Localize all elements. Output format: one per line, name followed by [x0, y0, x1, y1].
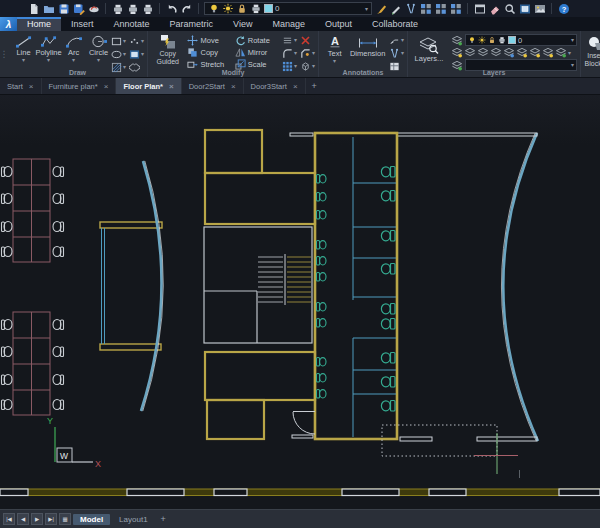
close-icon[interactable]: × — [293, 82, 298, 91]
undo-button[interactable] — [165, 2, 178, 15]
toilet-fixtures — [317, 167, 396, 412]
print-preview-button[interactable] — [111, 2, 124, 15]
new-file-button[interactable] — [27, 2, 40, 15]
tab-view[interactable]: View — [223, 17, 262, 31]
tab-insert[interactable]: Insert — [61, 17, 104, 31]
cloud-sync-button[interactable] — [87, 2, 100, 15]
selection-mode-button[interactable] — [518, 2, 531, 15]
close-icon[interactable]: × — [231, 82, 236, 91]
layer-tool-icon[interactable] — [529, 47, 541, 58]
move-button[interactable]: Move — [187, 34, 230, 46]
open-file-button[interactable] — [42, 2, 55, 15]
app-logo[interactable]: λ — [0, 17, 17, 31]
panels-button[interactable] — [473, 2, 486, 15]
region-tool-button[interactable]: ▾ — [129, 48, 145, 60]
door-swing — [293, 412, 315, 435]
ribbon-grip[interactable]: ⋮ — [0, 31, 8, 77]
copy-button[interactable]: Copy — [187, 46, 230, 58]
components-toggle-button[interactable] — [449, 2, 462, 15]
mirror-button[interactable]: Mirror — [235, 46, 278, 58]
layer-thaw-icon — [222, 3, 234, 14]
save-button[interactable] — [57, 2, 70, 15]
layout-list-button[interactable]: ▦ — [59, 513, 71, 525]
doc-tab-label: Door3Start — [251, 82, 287, 91]
help-button[interactable] — [557, 2, 570, 15]
doc-tab-floor-plan[interactable]: Floor Plan* × — [116, 78, 181, 94]
line-tool-button[interactable]: Line ▾ — [11, 34, 36, 73]
model-tab[interactable]: Model — [73, 514, 110, 525]
region-icon — [129, 49, 140, 60]
text-button[interactable]: Text ▾ — [323, 34, 346, 72]
polyline-tool-button[interactable]: Polyline ▾ — [36, 34, 61, 73]
dimension-button[interactable]: Dimension — [349, 34, 386, 72]
layer-tool-icon[interactable] — [542, 47, 554, 58]
layer-tool-icon[interactable] — [477, 47, 489, 58]
prev-layout-button[interactable]: ◀ — [17, 513, 29, 525]
add-layout-button[interactable]: + — [157, 514, 170, 524]
arc-tool-button[interactable]: Arc ▾ — [61, 34, 86, 73]
layer-select-dropdown[interactable]: 0 ▾ — [465, 34, 577, 46]
save-as-button[interactable] — [72, 2, 85, 15]
edit-button[interactable] — [389, 2, 402, 15]
tool-label: Move — [200, 36, 218, 45]
doc-tab-furniture-plan[interactable]: Furniture plan* × — [42, 78, 117, 94]
new-drawing-button[interactable]: + — [306, 78, 323, 94]
layer-tool-icon[interactable] — [490, 47, 502, 58]
rotate-button[interactable]: Rotate — [235, 34, 278, 46]
last-layout-button[interactable]: ▶| — [45, 513, 57, 525]
layer-on-icon — [208, 3, 220, 14]
circle-icon — [88, 34, 110, 49]
xref-toggle-button[interactable] — [434, 2, 447, 15]
layer-tool-icon[interactable] — [451, 47, 463, 58]
layout1-tab[interactable]: Layout1 — [112, 514, 154, 525]
blocks-toggle-button[interactable] — [419, 2, 432, 15]
circle-tool-button[interactable]: Circle ▾ — [86, 34, 111, 73]
redo-button[interactable] — [180, 2, 193, 15]
layers-dialog-button[interactable]: Layers... — [412, 34, 446, 71]
doc-tab-door2start[interactable]: Door2Start × — [182, 78, 244, 94]
publish-button[interactable] — [141, 2, 154, 15]
tab-output[interactable]: Output — [315, 17, 362, 31]
copy-guided-button[interactable]: Copy Guided — [152, 34, 183, 72]
point-tool-button[interactable]: ▾ — [129, 35, 145, 47]
ucs-origin-label: W — [60, 451, 68, 461]
close-icon[interactable]: × — [104, 82, 109, 91]
zoom-button[interactable] — [503, 2, 516, 15]
tab-manage[interactable]: Manage — [262, 17, 315, 31]
leader-button[interactable]: ▾ — [389, 34, 407, 46]
render-button[interactable] — [533, 2, 546, 15]
tab-collaborate[interactable]: Collaborate — [362, 17, 428, 31]
text-style-button[interactable]: ▾ — [389, 47, 407, 59]
clean-screen-button[interactable] — [488, 2, 501, 15]
doc-tab-start[interactable]: Start × — [0, 78, 42, 94]
close-icon[interactable]: × — [29, 82, 34, 91]
tool-label: Copy — [200, 48, 218, 57]
drawing-canvas[interactable]: Y W X — [0, 95, 600, 509]
doc-tab-door3start[interactable]: Door3Start × — [244, 78, 306, 94]
layer-tool-icon[interactable] — [516, 47, 528, 58]
tab-parametric[interactable]: Parametric — [160, 17, 224, 31]
next-layout-button[interactable]: ▶ — [31, 513, 43, 525]
chamfer-button[interactable]: ▾ — [300, 47, 318, 59]
layer-tool-icon[interactable] — [464, 47, 476, 58]
layer-tool-icon[interactable] — [555, 47, 567, 58]
ellipse-tool-button[interactable]: ▾ — [111, 48, 129, 60]
erase-button[interactable] — [300, 34, 318, 46]
tab-home[interactable]: Home — [17, 17, 61, 31]
trim-button[interactable]: ▾ — [282, 34, 300, 46]
layer-tool-icon[interactable] — [503, 47, 515, 58]
insert-block-button[interactable]: Insert Block... — [581, 34, 600, 67]
fillet-button[interactable]: ▾ — [282, 47, 300, 59]
match-properties-button[interactable] — [374, 2, 387, 15]
tab-annotate[interactable]: Annotate — [104, 17, 160, 31]
first-layout-button[interactable]: |◀ — [3, 513, 15, 525]
text-icon — [327, 34, 343, 49]
leader-icon — [389, 35, 400, 46]
match-props-icon[interactable] — [404, 2, 417, 15]
rectangle-tool-button[interactable]: ▾ — [111, 35, 129, 47]
layer-dropdown[interactable]: 0 ▾ — [204, 2, 372, 15]
panel-title-layers: Layers — [408, 69, 580, 76]
close-icon[interactable]: × — [169, 82, 174, 91]
ribbon: ⋮ Line ▾ Polyline ▾ Arc ▾ — [0, 31, 600, 78]
print-button[interactable] — [126, 2, 139, 15]
